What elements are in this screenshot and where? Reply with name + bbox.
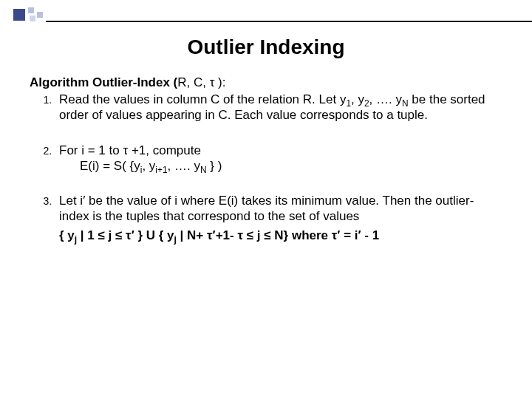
step-formula: E(i) = S( {yi, yi+1, …. yN } ) <box>59 158 502 174</box>
square-small <box>30 16 35 21</box>
step-1: Read the values in column C of the relat… <box>55 92 502 123</box>
subscript: N <box>200 165 207 175</box>
step-text: , …. y <box>168 159 200 173</box>
square-small <box>37 12 43 18</box>
horizontal-rule <box>46 21 532 22</box>
step-text: E(i) = S( {y <box>80 159 140 173</box>
formula-text: { y <box>59 228 75 242</box>
step-text: For i = 1 to τ +1, compute <box>59 143 201 157</box>
corner-decoration <box>0 6 532 28</box>
step-text: Read the values in column C of the relat… <box>59 92 346 106</box>
step-2: For i = 1 to τ +1, compute E(i) = S( {yi… <box>55 143 502 174</box>
subscript: i+1 <box>155 165 167 175</box>
step-text: , …. y <box>369 92 402 106</box>
step-text: Let i′ be the value of i where E(i) take… <box>59 194 474 223</box>
step-text: , y <box>351 92 364 106</box>
formula-text: | 1 ≤ j ≤ τ′ } U { y <box>77 228 174 242</box>
algorithm-name: Algorithm Outlier-Index ( <box>30 75 177 89</box>
outlier-set-formula: { yj | 1 ≤ j ≤ τ′ } U { yj | N+ τ′+1- τ … <box>59 228 502 243</box>
slide-title: Outlier Indexing <box>30 35 502 59</box>
algorithm-header: Algorithm Outlier-Index (R, C, τ ): <box>30 75 502 90</box>
square-large <box>13 9 25 21</box>
algorithm-params: R, C, τ ): <box>177 75 225 89</box>
step-3: Let i′ be the value of i where E(i) take… <box>55 193 502 243</box>
square-small <box>28 7 34 13</box>
step-text: , y <box>142 159 155 173</box>
algorithm-steps: Read the values in column C of the relat… <box>30 92 502 243</box>
slide-content: Outlier Indexing Algorithm Outlier-Index… <box>30 35 502 262</box>
step-text: } ) <box>207 159 222 173</box>
formula-text: | N+ τ′+1- τ ≤ j ≤ N} where τ′ = i′ - 1 <box>177 228 379 242</box>
